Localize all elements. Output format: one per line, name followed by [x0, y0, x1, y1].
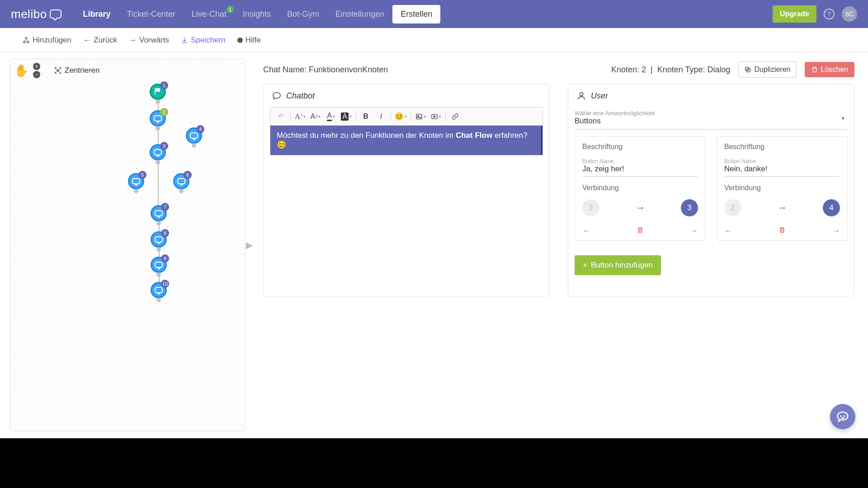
flow-node-7[interactable]: 7 [151, 205, 167, 221]
subnav-save[interactable]: Speichern [181, 36, 226, 45]
copy-icon [744, 66, 751, 73]
flow-node-8[interactable]: 8 [151, 231, 167, 248]
nav-right: Upgrade ? SC [773, 5, 857, 23]
nav-create[interactable]: Erstellen [392, 5, 440, 23]
subnav-forward[interactable]: → Vorwärts [129, 36, 169, 45]
flow-node-4[interactable]: 4 [186, 127, 202, 144]
connection-target[interactable]: 3 [681, 199, 698, 216]
highlight-dropdown[interactable]: A▾ [340, 111, 352, 122]
nav-live-chat[interactable]: Live-Chat 1 [184, 5, 235, 23]
connection-source[interactable]: 2 [724, 199, 741, 216]
brand-bubble-icon [50, 9, 61, 19]
duplicate-button[interactable]: Duplizieren [738, 61, 796, 78]
chat-bubble-icon [190, 132, 198, 139]
canvas-expand-handle[interactable]: ▶ [246, 239, 253, 250]
zoom-in-button[interactable]: + [33, 63, 40, 70]
subnav-back[interactable]: ← Zurück [83, 36, 117, 45]
flow-node-6[interactable]: 6 [173, 173, 189, 189]
button-name-input[interactable] [724, 164, 840, 174]
answer-type-dropdown[interactable]: Wähle eine Antwortmöglichkeit Buttons ▼ [575, 107, 848, 130]
zoom-controls: + − [33, 63, 40, 78]
arrow-right-icon: → [129, 36, 137, 45]
nav-items: Library Ticket-Center Live-Chat 1 Insigh… [75, 5, 441, 23]
avatar[interactable]: SC [842, 6, 857, 22]
flow-node-10[interactable]: 10 [151, 282, 167, 298]
zoom-out-button[interactable]: − [33, 71, 40, 78]
card-delete-button[interactable] [778, 226, 786, 236]
font-family-dropdown[interactable]: Aᶠ▾ [294, 111, 306, 122]
nav-insights[interactable]: Insights [235, 5, 279, 23]
card-prev-button[interactable]: ← [724, 226, 732, 236]
svg-point-10 [841, 416, 841, 416]
node-badge: 7 [161, 203, 169, 211]
chat-bubble-icon [155, 210, 163, 216]
nodes-icon [23, 37, 30, 44]
button-name-field: Button Name [724, 158, 840, 177]
crosshair-icon [54, 66, 62, 75]
svg-point-9 [580, 93, 583, 96]
node-connector[interactable] [156, 298, 161, 302]
flow-node-3[interactable]: 3 [150, 144, 166, 160]
live-chat-badge: 1 [226, 6, 234, 13]
bold-button[interactable]: B [360, 111, 372, 122]
image-icon [415, 113, 423, 120]
chat-bubble-icon [155, 287, 163, 293]
link-icon [452, 113, 459, 120]
font-size-dropdown[interactable]: AI▾ [310, 111, 321, 122]
video-dropdown[interactable]: ▾ [430, 111, 442, 122]
card-prev-button[interactable]: ← [582, 226, 590, 236]
node-badge: 5 [138, 171, 146, 179]
emoji-dropdown[interactable]: 😊▾ [395, 111, 407, 122]
image-dropdown[interactable]: ▾ [415, 111, 426, 122]
toolbar-divider [356, 112, 356, 122]
flow-node-9[interactable]: 9 [151, 257, 167, 273]
card-next-button[interactable]: → [832, 226, 840, 236]
delete-button[interactable]: Löschen [805, 62, 855, 77]
node-badge: 6 [184, 171, 192, 179]
upgrade-button[interactable]: Upgrade [773, 5, 816, 23]
input-label: Button Name [582, 158, 698, 164]
node-connector[interactable] [192, 143, 196, 148]
nav-ticket-center[interactable]: Ticket-Center [119, 5, 184, 23]
nav-bot-gym[interactable]: Bot-Gym [279, 5, 327, 23]
hand-tool-icon[interactable]: ✋ [14, 64, 28, 78]
center-button[interactable]: Zentrieren [54, 66, 99, 75]
trash-icon [637, 226, 644, 234]
connection-source[interactable]: 2 [582, 199, 599, 216]
flow-node-5[interactable]: 5 [128, 173, 144, 189]
node-connector[interactable] [134, 189, 138, 193]
rt-content[interactable]: Möchtest du mehr zu den Funktionen der K… [270, 126, 542, 155]
button-name-input[interactable] [582, 164, 698, 174]
connection-row: 2→4 [724, 199, 840, 216]
italic-button[interactable]: I [375, 111, 387, 122]
help-icon[interactable]: ? [824, 9, 835, 19]
add-button-button[interactable]: + Button hinzufügen [575, 255, 661, 275]
flow-canvas[interactable]: ✋ + − Zentrieren 12435678910 ▶ [10, 59, 245, 431]
chat-bubble-icon [177, 178, 185, 184]
editor-top-bar: Chat Name: FunktionenvonKnoten Knoten: 2… [263, 61, 854, 78]
undo-button[interactable]: ↶ [275, 111, 287, 122]
chat-fab[interactable] [830, 404, 855, 429]
flow-node-1[interactable]: 1 [150, 84, 166, 100]
subnav-add[interactable]: Hinzufügen [23, 36, 71, 45]
node-connector[interactable] [179, 189, 184, 193]
chevron-down-icon: ▼ [840, 115, 846, 122]
node-badge: 2 [160, 108, 168, 116]
workspace: ✋ + − Zentrieren 12435678910 ▶ Chat Name… [0, 52, 868, 437]
subnav-help[interactable]: Hilfe [237, 36, 261, 45]
nav-library[interactable]: Library [75, 5, 119, 23]
chatbot-panel: Chatbot ↶ Aᶠ▾ AI▾ A▾ A▾ B I 😊▾ [263, 84, 550, 296]
card-delete-button[interactable] [637, 226, 644, 236]
svg-rect-6 [416, 114, 422, 119]
video-icon [431, 113, 438, 120]
node-badge: 10 [161, 280, 169, 288]
connection-target[interactable]: 4 [823, 199, 840, 216]
link-button[interactable] [449, 111, 461, 122]
text-color-dropdown[interactable]: A▾ [325, 111, 337, 122]
card-next-button[interactable]: → [690, 226, 698, 236]
toolbar-divider [445, 112, 446, 122]
flow-node-2[interactable]: 2 [150, 110, 166, 127]
flow-edge [158, 160, 159, 205]
field-label: Beschriftung [582, 143, 698, 151]
nav-settings[interactable]: Einstellungen [327, 5, 392, 23]
